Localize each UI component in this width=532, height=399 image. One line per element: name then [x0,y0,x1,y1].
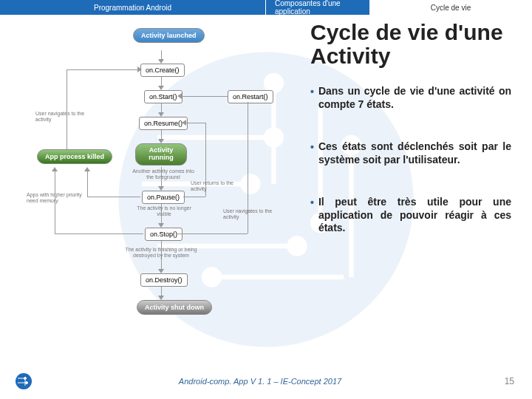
bullet-text: Il peut être très utile pour une applica… [318,196,511,235]
label-usernav: User navigates to the activity [223,208,281,219]
pill-launched: Activity launched [133,28,205,43]
bullet-text: Dans un cycle de vie d'une activité on c… [318,85,511,111]
bullet-2: • Ces états sont déclenchés soit par le … [310,140,511,166]
label-finishing: The activity is finishing or being destr… [124,247,198,258]
text-column: Cycle de vie d'une Activity • Dans un cy… [303,15,532,369]
bullet-dot: • [310,85,314,111]
header-left: Programmation Android [0,0,266,15]
node-ondestroy: on.Destroy() [140,273,188,287]
footer-logo-icon [15,372,33,390]
node-onstart: on.Start() [144,90,183,103]
bullet-1: • Dans un cycle de vie d'une activité on… [310,85,511,111]
label-prio: Apps with higher priority need memory [27,192,84,203]
label-navback: User navigates to the activity [35,111,93,122]
node-onstop: on.Stop() [145,228,183,241]
pill-shutdown: Activity shut down [137,300,212,315]
pill-killed: App process killed [37,149,112,164]
header-bar: Programmation Android Composantes d'une … [0,0,532,15]
pill-running: Activity running [135,143,187,166]
node-oncreate: on.Create() [140,64,185,77]
label-another: Another activity comes into the foregrou… [130,168,197,180]
lifecycle-diagram: Activity launched on.Create() on.Start()… [0,15,303,369]
svg-point-19 [24,378,27,380]
bullet-dot: • [310,196,314,235]
node-onrestart: on.Restart() [228,90,273,103]
footer: Android-comp. App V 1. 1 – IE-Concept 20… [0,372,532,390]
label-returns: User returns to the activity [191,180,233,191]
bullet-dot: • [310,140,314,166]
node-onpause: on.Pause() [142,191,185,204]
svg-point-20 [26,382,28,384]
slide-title: Cycle de vie d'une Activity [310,21,511,67]
header-right: Cycle de vie [369,0,532,15]
header-mid: Composantes d'une application [266,0,369,15]
svg-point-15 [16,373,32,389]
bullet-3: • Il peut être très utile pour une appli… [310,196,511,235]
label-nolonger: The activity is no longer visible [134,205,194,216]
bullet-text: Ces états sont déclenchés soit par le sy… [318,140,511,166]
node-onresume: on.Resume() [139,117,188,130]
footer-text: Android-comp. App V 1. 1 – IE-Concept 20… [33,377,488,386]
page-number: 15 [488,376,532,386]
